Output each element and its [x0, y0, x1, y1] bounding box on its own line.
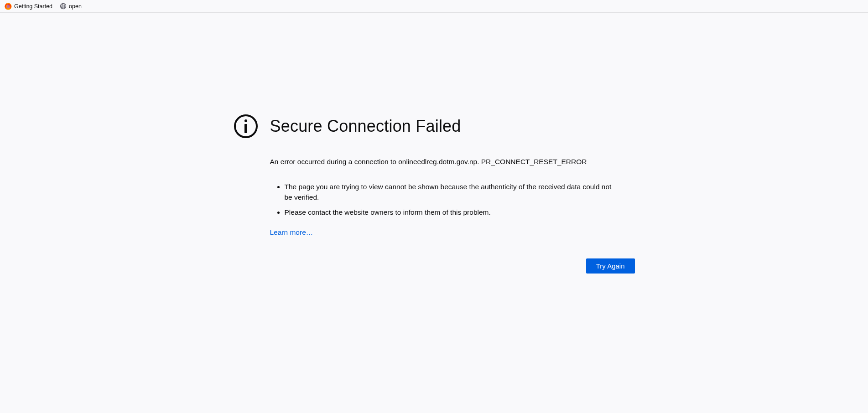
error-bullet-list: The page you are trying to view cannot b…: [270, 181, 635, 218]
error-title: Secure Connection Failed: [270, 117, 461, 136]
globe-icon: [60, 3, 67, 10]
error-bullet: The page you are trying to view cannot b…: [285, 181, 635, 203]
error-bullet: Please contact the website owners to inf…: [285, 207, 635, 217]
error-description: An error occurred during a connection to…: [270, 157, 635, 167]
button-row: Try Again: [270, 258, 635, 274]
bookmark-open[interactable]: open: [57, 2, 84, 10]
svg-rect-7: [244, 124, 247, 133]
learn-more-link[interactable]: Learn more…: [270, 228, 313, 236]
bookmark-label: Getting Started: [14, 3, 52, 10]
bookmarks-toolbar: Getting Started open: [0, 0, 868, 13]
svg-point-1: [7, 5, 10, 8]
try-again-button[interactable]: Try Again: [586, 258, 635, 274]
info-icon: [234, 114, 258, 139]
error-page-content: Secure Connection Failed An error occurr…: [0, 13, 868, 274]
bookmark-getting-started[interactable]: Getting Started: [2, 2, 55, 11]
error-header: Secure Connection Failed: [234, 114, 635, 139]
bookmark-label: open: [69, 3, 82, 10]
error-container: Secure Connection Failed An error occurr…: [234, 114, 635, 274]
firefox-icon: [5, 3, 12, 10]
error-body: An error occurred during a connection to…: [270, 157, 635, 274]
svg-point-6: [244, 119, 247, 122]
